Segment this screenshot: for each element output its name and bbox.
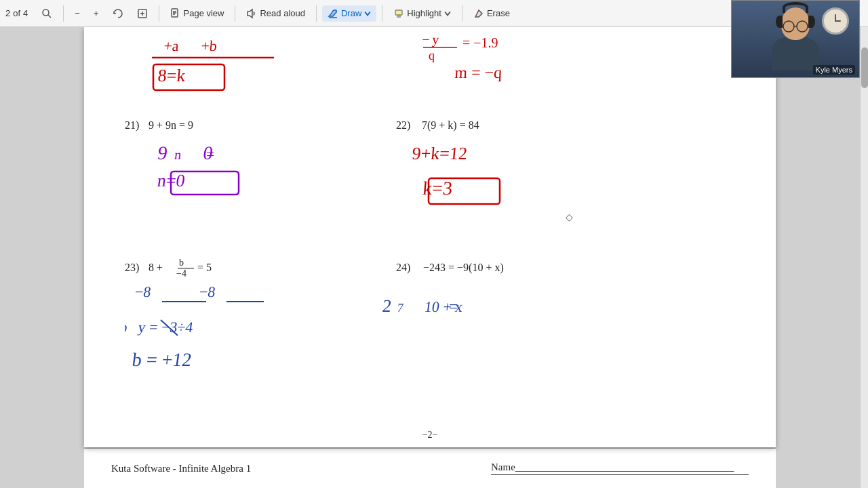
svg-line-1: [48, 15, 51, 18]
svg-text:10 + x: 10 + x: [423, 298, 464, 315]
draw-button[interactable]: Draw: [322, 5, 376, 22]
webcam-overlay: Kyle Myers: [731, 0, 860, 78]
svg-text:−: −: [421, 32, 430, 47]
svg-text:= 5: = 5: [197, 262, 212, 273]
separator-6: [462, 5, 462, 22]
read-aloud-icon: [246, 8, 257, 19]
reset-zoom-button[interactable]: [107, 5, 129, 22]
page-number-text: −2−: [422, 430, 438, 440]
page-area: +a +b 8=k − y q = −1.9 m = −q 21) 9 + 9n…: [0, 27, 860, 488]
draw-icon: [328, 8, 338, 19]
document-footer: Kuta Software - Infinite Algebra 1 Name_…: [84, 447, 776, 488]
svg-text:23): 23): [125, 262, 139, 274]
erase-icon: [473, 8, 484, 19]
zoom-out-icon: −: [75, 8, 80, 18]
highlight-icon: [393, 8, 404, 19]
svg-text:9 + 9n = 9: 9 + 9n = 9: [149, 119, 193, 131]
separator-1: [63, 5, 64, 22]
zoom-in-icon: +: [94, 8, 99, 18]
search-icon: [41, 8, 52, 19]
svg-text:8=k: 8=k: [157, 66, 186, 85]
separator-4: [316, 5, 317, 22]
svg-text:8 +: 8 +: [149, 262, 163, 273]
svg-marker-9: [248, 9, 252, 18]
clock-decoration: [822, 7, 849, 35]
svg-text:21): 21): [125, 119, 139, 131]
page-view-icon: [170, 8, 181, 19]
svg-text:7(9 + k) = 84: 7(9 + k) = 84: [422, 119, 479, 131]
svg-text:22): 22): [396, 119, 410, 131]
page-view-button[interactable]: Page view: [165, 5, 230, 22]
svg-point-62: [783, 21, 794, 32]
erase-button[interactable]: Erase: [468, 5, 515, 22]
person-body: [772, 37, 819, 70]
separator-3: [235, 5, 235, 22]
separator-2: [159, 5, 159, 22]
svg-text:+a: +a: [163, 37, 180, 54]
draw-label: Draw: [341, 8, 361, 18]
person-figure: [772, 7, 819, 70]
svg-text:7: 7: [396, 301, 404, 314]
svg-text:−8: −8: [134, 283, 152, 300]
page-total: 4: [23, 8, 28, 18]
document-page: +a +b 8=k − y q = −1.9 m = −q 21) 9 + 9n…: [84, 27, 776, 447]
scrollbar-thumb[interactable]: [861, 47, 868, 88]
svg-text:24): 24): [396, 262, 410, 274]
read-aloud-label: Read aloud: [260, 8, 305, 18]
page-of: of: [13, 8, 20, 18]
read-aloud-button[interactable]: Read aloud: [241, 5, 311, 22]
handwritten-math: +a +b 8=k − y q = −1.9 m = −q 21) 9 + 9n…: [125, 27, 735, 420]
svg-text:+b: +b: [201, 37, 218, 54]
zoom-in-button[interactable]: +: [88, 5, 104, 21]
svg-text:2: 2: [381, 296, 393, 316]
page-view-label: Page view: [184, 8, 224, 18]
svg-text:y = −3÷4: y = −3÷4: [137, 319, 194, 336]
svg-rect-11: [395, 10, 402, 15]
svg-text:= −1.9: = −1.9: [462, 35, 498, 50]
svg-text:b: b: [125, 319, 129, 336]
draw-chevron-icon: [364, 10, 371, 17]
svg-text:−8: −8: [198, 283, 216, 300]
erase-label: Erase: [487, 8, 510, 18]
svg-text:−4: −4: [176, 268, 186, 279]
footer-title: Kuta Software - Infinite Algebra 1: [111, 463, 251, 474]
separator-5: [382, 5, 382, 22]
svg-text:9+k=12: 9+k=12: [411, 144, 468, 163]
svg-text:m = −q: m = −q: [454, 64, 502, 81]
fit-page-button[interactable]: [132, 5, 153, 22]
fit-icon: [137, 8, 148, 19]
svg-point-0: [43, 9, 49, 16]
scrollbar-track[interactable]: [860, 27, 868, 488]
svg-text:b = +12: b = +12: [131, 349, 193, 370]
reset-icon: [113, 8, 123, 19]
svg-text:y: y: [431, 32, 439, 47]
page-number: −2−: [84, 428, 776, 441]
person-head: [781, 7, 810, 40]
webcam-name-label: Kyle Myers: [813, 65, 855, 75]
highlight-label: Highlight: [407, 8, 441, 18]
page-current: 2: [5, 8, 10, 18]
highlight-chevron-icon: [444, 10, 451, 17]
headphone-band: [783, 2, 808, 13]
svg-text:q: q: [429, 49, 435, 62]
highlight-button[interactable]: Highlight: [388, 5, 456, 22]
svg-text:n: n: [174, 147, 182, 162]
zoom-out-button[interactable]: −: [69, 5, 85, 21]
footer-name-label: Name____________________________________…: [491, 462, 749, 475]
svg-text:−243 = −9(10 + x): −243 = −9(10 + x): [423, 262, 504, 274]
search-button[interactable]: [36, 5, 58, 22]
page-info: 2 of 4: [5, 8, 28, 18]
svg-text:k=3: k=3: [422, 178, 453, 199]
svg-text:◇: ◇: [566, 211, 573, 222]
main-area: +a +b 8=k − y q = −1.9 m = −q 21) 9 + 9n…: [0, 27, 868, 488]
svg-text:b: b: [179, 258, 184, 268]
svg-text:9: 9: [157, 142, 169, 163]
svg-point-63: [797, 21, 808, 32]
